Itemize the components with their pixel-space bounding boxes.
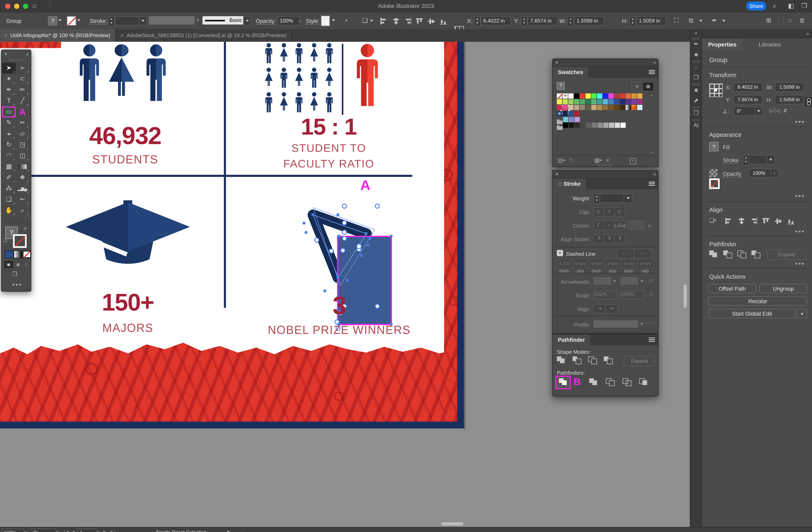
stroke-weight-menu[interactable] [767,155,775,164]
brushes-panel-icon[interactable]: ✒ [691,41,702,47]
collapse-icon[interactable]: « [653,172,655,177]
collapse-icon[interactable]: « [26,52,28,57]
shaper-tool[interactable]: ◠ [2,150,16,161]
export-panel-icon[interactable]: ⬈ [691,97,702,104]
y-stepper[interactable]: ▲▼ [521,16,527,27]
menu-lines-icon[interactable]: ≣ [799,17,805,24]
tab-pathfinder[interactable]: Pathfinder [553,334,590,345]
previous-artboard-icon[interactable]: ◀ [71,529,75,532]
swap-arrowheads-icon[interactable]: ⇄ [649,278,653,284]
width-tool[interactable]: ◂▸ [2,128,16,139]
swatch[interactable] [608,105,614,110]
global-edit-options-caret[interactable] [797,309,807,318]
perspective-tool[interactable]: ◫ [16,150,29,161]
new-swatch-icon[interactable]: + [630,158,636,164]
swatch[interactable] [592,123,597,128]
expand-button[interactable]: Expand [624,356,655,366]
none-button[interactable] [23,250,31,258]
hand-tool[interactable]: ✋ [2,205,16,216]
arrow-scale-end-field[interactable]: 100% [621,291,644,300]
align-right-button[interactable] [750,218,758,224]
tab-properties[interactable]: Properties [702,39,743,50]
dash-field-dash-2[interactable]: 0 mm [589,259,605,268]
profile-dropdown[interactable] [593,320,638,328]
artboard-number-field[interactable]: 1 [77,529,97,532]
cap-butt-button[interactable]: ⊏ [593,207,604,217]
swatch[interactable] [569,117,574,122]
swatch[interactable] [620,99,625,104]
magic-wand-tool[interactable]: ✶ [2,73,16,84]
tab-stroke[interactable]: ◇ Stroke [553,178,586,189]
swatch[interactable] [568,111,574,116]
swatch[interactable] [614,105,620,110]
swatch[interactable] [614,94,620,99]
x-field[interactable]: 6.4022 in [733,82,763,92]
minus-front-button[interactable] [723,250,731,258]
swatch[interactable] [563,111,568,116]
constrain-proportions-link-icon[interactable] [805,97,812,106]
list-view-toggle[interactable]: ≡ [632,82,643,91]
align-stroke-center-button[interactable]: ╚ [593,234,604,244]
style-label[interactable]: Style: [306,18,320,24]
fill-swatch[interactable]: ? [48,16,57,26]
swatch[interactable] [637,94,642,99]
crop-button[interactable] [606,378,614,386]
align-stroke-inside-button[interactable]: ╚ [604,234,615,244]
document-setup-icon[interactable]: ❏ [362,17,368,24]
character-panel-icon[interactable]: A| [691,122,702,128]
align-panel-icon[interactable]: ⊞ [766,17,771,24]
slice-tool[interactable]: ✁ [16,194,29,205]
screen-mode-icon[interactable]: ❐ [12,271,17,277]
layers-panel-icon[interactable]: ◈ [691,87,702,94]
cap-round-button[interactable]: ⊂ [604,207,615,217]
close-icon[interactable]: × [4,51,7,57]
swatch[interactable] [569,123,574,128]
dash-field-gap-3[interactable]: 0 mm [605,259,621,268]
h-stepper[interactable]: ▲▼ [629,16,636,27]
swap-fill-stroke-icon[interactable]: ↶ [24,227,27,232]
flip-vertical-icon[interactable]: ⇵ [783,108,787,113]
select-similar-caret[interactable] [699,20,702,24]
swatch-grad-orange[interactable] [632,105,637,110]
h-field[interactable]: 1.5059 in [775,95,804,104]
dashed-line-checkbox[interactable]: ▪ [557,250,563,256]
color-group-folder-icon[interactable] [557,126,563,130]
drag-handle[interactable] [9,59,24,61]
swatch[interactable] [637,99,642,104]
expand-button[interactable]: Expand [767,249,806,260]
swatch[interactable] [620,105,625,110]
w-field[interactable]: 1.5099 in [775,82,804,92]
panel-layout-icon[interactable]: ❐ [802,2,807,9]
outline-button[interactable] [623,378,631,386]
align-left-button[interactable] [380,18,388,24]
transform-panel-icon[interactable]: ❒ [691,110,702,116]
swatch[interactable] [568,105,574,110]
arrowhead-end-caret[interactable] [640,280,643,284]
swatch[interactable] [563,99,568,104]
swatch[interactable] [597,105,602,110]
more-tools-icon[interactable]: ●●● [12,282,22,287]
variable-width-profile-dropdown[interactable]: Basic [202,16,245,25]
offset-path-button[interactable]: Offset Path [708,284,756,293]
w-field[interactable]: 1.5099 in [574,16,604,26]
swatch[interactable] [597,123,603,128]
swatch[interactable] [575,123,580,128]
reference-point-selector[interactable] [709,83,723,97]
swatch[interactable] [632,94,637,99]
rectangle-tool[interactable]: ▭ [2,106,16,117]
close-icon[interactable]: × [555,171,558,177]
swatch-pat-cyan[interactable] [637,105,642,110]
dash-field-dash-0[interactable]: 4.233 [557,259,572,268]
close-tab-icon[interactable]: × [120,32,124,38]
x-field[interactable]: 6.4022 in [481,16,511,26]
draw-inside-mode-button[interactable]: ◎ [23,261,30,268]
free-transform-tool[interactable]: ▱ [16,128,29,139]
graphic-style-swatch[interactable] [321,16,330,26]
mesh-tool[interactable]: ▦ [2,161,16,172]
collapse-dock-icon[interactable]: « [691,30,702,35]
swatch-kinds-icon[interactable]: ▦ [594,157,602,164]
tab-swatches[interactable]: Swatches [553,67,588,78]
bounding-box-tool[interactable]: ◳ [16,139,29,150]
stroke-weight-label[interactable]: Stroke: [90,18,107,24]
rotate-tool[interactable]: ↻ [2,139,16,150]
